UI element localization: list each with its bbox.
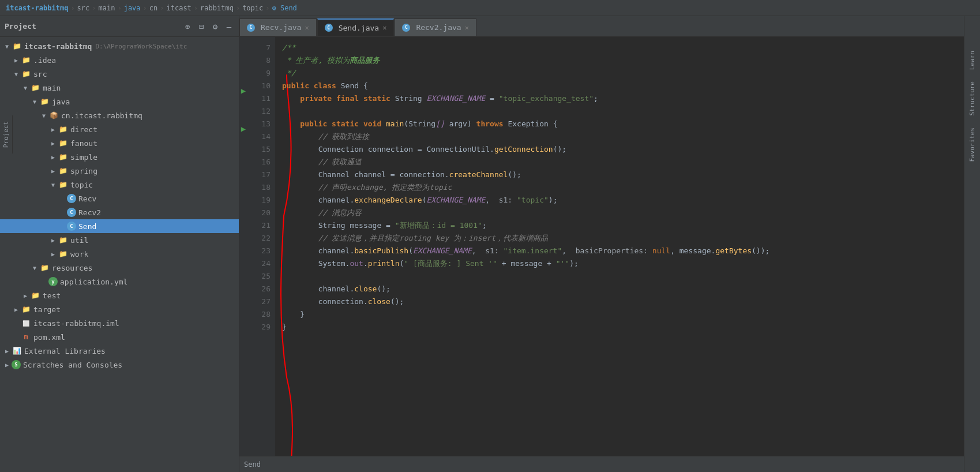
learn-label[interactable]: Learn: [968, 51, 976, 70]
breadcrumb-item[interactable]: itcast-rabbitmq: [6, 4, 68, 12]
tree-item-spring[interactable]: 📁 spring: [0, 164, 239, 178]
structure-label[interactable]: Structure: [968, 81, 976, 116]
tab-send[interactable]: C Send.java ✕: [317, 18, 395, 36]
tree-item-target[interactable]: 📁 target: [0, 302, 239, 316]
code-line-15: Connection connection = ConnectionUtil.g…: [282, 143, 964, 156]
tree-label: Recv2: [78, 208, 101, 217]
tree-item-pom[interactable]: m pom.xml: [0, 330, 239, 344]
iml-icon: ⬜: [21, 318, 31, 328]
tree-item-scratches[interactable]: S Scratches and Consoles: [0, 358, 239, 372]
tab-close-recv2[interactable]: ✕: [465, 24, 469, 32]
code-line-26: channel.close();: [282, 283, 964, 295]
tab-icon: C: [402, 24, 410, 32]
tab-close-recv[interactable]: ✕: [305, 24, 309, 32]
breadcrumb-item[interactable]: main: [99, 4, 115, 12]
tree-item-fanout[interactable]: 📁 fanout: [0, 136, 239, 150]
tree-item-idea[interactable]: 📁 .idea: [0, 53, 239, 67]
folder-icon: 📁: [30, 290, 40, 301]
breadcrumb-item[interactable]: topic: [242, 4, 263, 12]
tree-label: target: [33, 305, 61, 314]
code-line-7: /**: [282, 42, 964, 54]
code-line-17: Channel channel = connection.createChann…: [282, 168, 964, 181]
tree-label: work: [70, 250, 88, 259]
tree-item-work[interactable]: 📁 work: [0, 247, 239, 261]
tree-arrow: [12, 71, 21, 77]
tab-recv2[interactable]: C Recv2.java ✕: [395, 18, 476, 36]
tree-label: simple: [70, 153, 97, 162]
folder-icon: 📁: [21, 55, 31, 65]
tree-arrow: [2, 348, 12, 354]
folder-icon: 📁: [58, 179, 68, 190]
panel-icons: ⊕ ⊟ ⚙ —: [182, 21, 234, 32]
tab-icon: C: [325, 24, 333, 32]
tree-item-resources[interactable]: 📁 resources: [0, 261, 239, 275]
tab-recv[interactable]: C Recv.java ✕: [239, 18, 317, 36]
tree-item-simple[interactable]: 📁 simple: [0, 150, 239, 164]
scratches-icon: S: [12, 360, 21, 369]
tree-item-test[interactable]: 📁 test: [0, 289, 239, 302]
breadcrumb-item[interactable]: java: [124, 4, 141, 12]
code-line-10: public class Send {: [282, 80, 964, 92]
code-line-29: }: [282, 321, 964, 334]
tree-arrow: [48, 154, 58, 160]
tab-label: Recv2.java: [416, 23, 461, 32]
tree-item-external-libs[interactable]: 📊 External Libraries: [0, 344, 239, 358]
tree-label: Send: [78, 222, 96, 231]
favorites-label[interactable]: Favorites: [968, 128, 976, 162]
code-container: ▶ ▶ 7: [239, 37, 964, 456]
tree-label: spring: [70, 167, 97, 175]
tree-item-root[interactable]: 📁 itcast-rabbitmq D:\AProgramWorkSpace\i…: [0, 39, 239, 53]
tree-arrow: [39, 113, 48, 119]
tree-label: application.yml: [60, 278, 127, 286]
settings-icon[interactable]: ⚙: [210, 21, 220, 32]
tree-item-util[interactable]: 📁 util: [0, 233, 239, 247]
minimize-icon[interactable]: —: [224, 21, 234, 32]
project-panel: Project ⊕ ⊟ ⚙ — 📁 itcast-rabbitmq D:\APr…: [0, 16, 239, 472]
tree-item-topic[interactable]: 📁 topic: [0, 178, 239, 192]
tree-item-package[interactable]: 📦 cn.itcast.rabbitmq: [0, 108, 239, 122]
breadcrumb-item[interactable]: cn: [149, 4, 157, 12]
tree-arrow: [2, 43, 12, 50]
tree-item-yml[interactable]: y application.yml: [0, 275, 239, 289]
tree-label: util: [70, 236, 88, 245]
tree-item-send[interactable]: C Send: [0, 219, 239, 233]
folder-icon: 📁: [21, 69, 31, 79]
tree-item-main[interactable]: 📁 main: [0, 81, 239, 95]
tree-label: itcast-rabbitmq.iml: [33, 319, 119, 328]
breadcrumb-item[interactable]: ⚙ Send: [272, 4, 296, 12]
add-icon[interactable]: ⊕: [182, 21, 193, 32]
breadcrumb-item[interactable]: src: [77, 4, 90, 12]
panel-header: Project ⊕ ⊟ ⚙ —: [0, 16, 239, 37]
xml-icon: m: [21, 332, 31, 342]
tree-label: External Libraries: [24, 347, 106, 355]
left-side-panel: Project: [0, 115, 13, 153]
tree-label: java: [52, 98, 70, 106]
tree-item-direct[interactable]: 📁 direct: [0, 122, 239, 136]
project-vertical-label[interactable]: Project: [2, 121, 10, 148]
tree-arrow: [21, 85, 30, 91]
tree-item-java[interactable]: 📁 java: [0, 95, 239, 108]
tree-arrow: [48, 237, 58, 244]
code-line-9: */: [282, 67, 964, 80]
folder-icon: 📁: [58, 249, 68, 259]
code-line-16: // 获取通道: [282, 156, 964, 168]
tree-item-src[interactable]: 📁 src: [0, 67, 239, 81]
tree-item-iml[interactable]: ⬜ itcast-rabbitmq.iml: [0, 316, 239, 330]
tree-label: topic: [70, 181, 93, 189]
java-class-icon: C: [67, 222, 76, 231]
breadcrumb-item[interactable]: itcast: [167, 4, 192, 12]
tree-item-recv[interactable]: C Recv: [0, 192, 239, 205]
code-line-11: private final static String EXCHANGE_NAM…: [282, 92, 964, 105]
folder-icon: 📁: [39, 263, 50, 273]
breadcrumb-item[interactable]: rabbitmq: [200, 4, 234, 12]
java-class-icon: C: [67, 208, 76, 217]
tree-label: test: [43, 291, 61, 300]
tree-label: Scratches and Consoles: [23, 361, 122, 369]
tree-arrow: [48, 251, 58, 257]
tree-arrow: [48, 168, 58, 174]
tab-close-send[interactable]: ✕: [382, 24, 386, 32]
tree-arrow: [48, 182, 58, 188]
collapse-icon[interactable]: ⊟: [196, 21, 206, 32]
tree-item-recv2[interactable]: C Recv2: [0, 205, 239, 219]
code-editor[interactable]: /** * 生产者, 模拟为商品服务 */ public class Send …: [275, 37, 964, 456]
